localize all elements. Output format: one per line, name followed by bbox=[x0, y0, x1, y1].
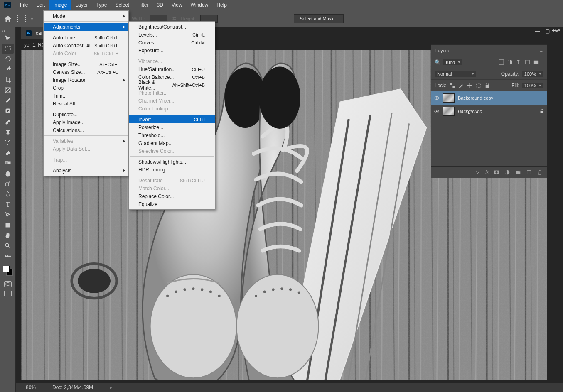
menuitem-threshold[interactable]: Threshold... bbox=[129, 131, 215, 139]
wand-tool[interactable] bbox=[2, 64, 14, 74]
layer-thumbnail[interactable] bbox=[443, 107, 455, 116]
menuitem-calculations[interactable]: Calculations... bbox=[44, 126, 128, 134]
menuitem-image-rotation[interactable]: Image Rotation bbox=[44, 76, 128, 84]
home-icon[interactable] bbox=[3, 15, 12, 23]
menuitem-mode[interactable]: Mode bbox=[44, 12, 128, 20]
menu-edit[interactable]: Edit bbox=[32, 0, 49, 10]
menuitem-levels[interactable]: Levels...Ctrl+L bbox=[129, 31, 215, 39]
lock-transparency-icon[interactable] bbox=[449, 82, 455, 88]
brush-tool[interactable] bbox=[2, 116, 14, 126]
visibility-icon[interactable] bbox=[434, 108, 440, 114]
menuitem-canvas-size[interactable]: Canvas Size...Alt+Ctrl+C bbox=[44, 68, 128, 76]
opacity-input[interactable]: 100% bbox=[522, 71, 543, 77]
marquee-tool-icon[interactable] bbox=[17, 15, 26, 22]
layer-name[interactable]: Background copy bbox=[458, 96, 493, 100]
menuitem-posterize[interactable]: Posterize... bbox=[129, 123, 215, 131]
lock-artboard-icon[interactable] bbox=[475, 82, 482, 88]
panel-collapse-icon[interactable]: ◂◂ ✕ bbox=[552, 28, 561, 32]
menu-view[interactable]: View bbox=[167, 0, 187, 10]
menuitem-analysis[interactable]: Analysis bbox=[44, 167, 128, 174]
color-swatches[interactable] bbox=[3, 266, 13, 276]
path-select-tool[interactable] bbox=[2, 210, 14, 220]
blend-mode-select[interactable]: Normal bbox=[435, 71, 476, 77]
quickmask-icon[interactable] bbox=[4, 281, 12, 287]
menu-type[interactable]: Type bbox=[92, 0, 111, 10]
doc-info[interactable]: Doc: 2,34M/4,69M bbox=[52, 385, 93, 390]
menu-layer[interactable]: Layer bbox=[71, 0, 92, 10]
mask-icon[interactable] bbox=[494, 169, 499, 175]
link-layers-icon[interactable] bbox=[474, 169, 480, 175]
zoom-level[interactable]: 80% bbox=[26, 385, 36, 390]
layer-thumbnail[interactable] bbox=[443, 93, 455, 103]
filter-adjust-icon[interactable] bbox=[507, 59, 513, 65]
layer-name[interactable]: Background bbox=[458, 109, 482, 114]
menuitem-hue-saturation[interactable]: Hue/Saturation...Ctrl+U bbox=[129, 65, 215, 73]
menuitem-hdr-toning[interactable]: HDR Toning... bbox=[129, 166, 215, 174]
layer-row[interactable]: Background copy bbox=[431, 91, 547, 105]
dodge-tool[interactable] bbox=[2, 179, 14, 189]
crop-tool[interactable] bbox=[2, 75, 14, 85]
menu-3d[interactable]: 3D bbox=[152, 0, 167, 10]
panel-menu-icon[interactable]: ≡ bbox=[540, 48, 543, 53]
menuitem-trim[interactable]: Trim... bbox=[44, 92, 128, 100]
eraser-tool[interactable] bbox=[2, 147, 14, 157]
move-tool[interactable] bbox=[2, 33, 14, 43]
layer-filter-select[interactable]: Kind bbox=[443, 59, 462, 65]
menu-help[interactable]: Help bbox=[212, 0, 231, 10]
filter-shape-icon[interactable] bbox=[524, 59, 531, 65]
gradient-tool[interactable] bbox=[2, 158, 14, 168]
menuitem-crop[interactable]: Crop bbox=[44, 84, 128, 92]
lasso-tool[interactable] bbox=[2, 54, 14, 64]
blur-tool[interactable] bbox=[2, 168, 14, 178]
layer-row[interactable]: Background bbox=[431, 105, 547, 118]
hand-tool[interactable] bbox=[2, 230, 14, 240]
fx-icon[interactable]: fx bbox=[485, 170, 489, 174]
menu-window[interactable]: Window bbox=[187, 0, 213, 10]
visibility-icon[interactable] bbox=[434, 95, 440, 101]
menu-image[interactable]: Image bbox=[49, 0, 71, 10]
menuitem-equalize[interactable]: Equalize bbox=[129, 200, 215, 208]
delete-layer-icon[interactable] bbox=[537, 169, 543, 175]
adjustment-layer-icon[interactable] bbox=[504, 169, 510, 175]
select-and-mask-button[interactable]: Select and Mask... bbox=[294, 14, 344, 23]
menuitem-exposure[interactable]: Exposure... bbox=[129, 47, 215, 54]
menuitem-replace-color[interactable]: Replace Color... bbox=[129, 192, 215, 200]
menuitem-image-size[interactable]: Image Size...Alt+Ctrl+I bbox=[44, 60, 128, 68]
heal-tool[interactable] bbox=[2, 106, 14, 116]
eyedropper-tool[interactable] bbox=[2, 96, 14, 105]
menuitem-auto-tone[interactable]: Auto ToneShift+Ctrl+L bbox=[44, 34, 128, 42]
window-maximize-icon[interactable]: ▢ bbox=[545, 28, 550, 34]
screenmode-icon[interactable] bbox=[4, 291, 12, 296]
menuitem-duplicate[interactable]: Duplicate... bbox=[44, 110, 128, 118]
menu-filter[interactable]: Filter bbox=[133, 0, 153, 10]
lock-all-icon[interactable] bbox=[484, 82, 490, 88]
menuitem-reveal-all[interactable]: Reveal All bbox=[44, 100, 128, 108]
menuitem-invert[interactable]: InvertCtrl+I bbox=[129, 115, 215, 123]
frame-tool[interactable] bbox=[2, 85, 14, 95]
window-minimize-icon[interactable]: — bbox=[535, 28, 540, 34]
more-tools[interactable] bbox=[2, 251, 14, 261]
type-tool[interactable] bbox=[2, 199, 14, 209]
swap-wh-icon[interactable]: ⇄ bbox=[172, 16, 176, 21]
pen-tool[interactable] bbox=[2, 189, 14, 199]
menuitem-gradient-map[interactable]: Gradient Map... bbox=[129, 139, 215, 147]
group-icon[interactable] bbox=[515, 169, 521, 175]
layers-tab[interactable]: Layers bbox=[435, 48, 449, 53]
stamp-tool[interactable] bbox=[2, 127, 14, 137]
menu-file[interactable]: File bbox=[16, 0, 32, 10]
menuitem-adjustments[interactable]: Adjustments bbox=[44, 23, 128, 31]
menuitem-brightness-contrast[interactable]: Brightness/Contrast... bbox=[129, 23, 215, 31]
fill-input[interactable]: 100% bbox=[522, 83, 543, 88]
history-brush-tool[interactable] bbox=[2, 137, 14, 147]
filter-smart-icon[interactable] bbox=[533, 59, 539, 65]
toolbar-expand-icon[interactable]: ▸▸ bbox=[0, 29, 6, 33]
menuitem-shadows-highlights[interactable]: Shadows/Highlights... bbox=[129, 158, 215, 166]
filter-pixel-icon[interactable] bbox=[498, 59, 504, 65]
menu-select[interactable]: Select bbox=[111, 0, 133, 10]
zoom-tool[interactable] bbox=[2, 241, 14, 251]
lock-position-icon[interactable] bbox=[467, 82, 473, 88]
menuitem-auto-contrast[interactable]: Auto ContrastAlt+Shift+Ctrl+L bbox=[44, 42, 128, 49]
new-layer-icon[interactable] bbox=[526, 169, 532, 175]
lock-paint-icon[interactable] bbox=[458, 82, 464, 88]
shape-tool[interactable] bbox=[2, 220, 14, 230]
